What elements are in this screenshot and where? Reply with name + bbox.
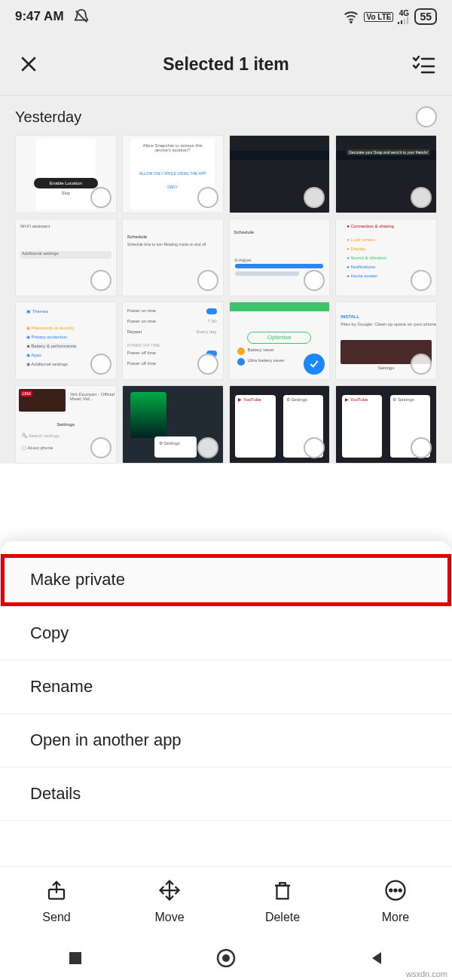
- home-nav-button[interactable]: [215, 947, 237, 969]
- signal-icon: [398, 17, 410, 24]
- wifi-icon: [343, 8, 359, 25]
- system-nav-bar: [0, 936, 452, 980]
- thumbnail[interactable]: Schedule ⊖ Adjust: [229, 219, 331, 297]
- svg-point-11: [389, 890, 392, 892]
- svg-rect-3: [404, 19, 405, 24]
- thumb-checkbox[interactable]: [411, 187, 432, 208]
- menu-details[interactable]: Details: [0, 767, 452, 821]
- thumbnail[interactable]: ▶ YouTube ⚙ Settings: [335, 385, 437, 464]
- thumb-checkbox[interactable]: [90, 270, 111, 291]
- thumbnail[interactable]: Allow Snapchat to access this device's l…: [122, 135, 224, 213]
- recents-nav-button[interactable]: [64, 947, 87, 969]
- thumbnail[interactable]: Power on time Power on time7:30 RepeatEv…: [122, 302, 224, 380]
- thumbnail[interactable]: 18M Yeh Dooriyan - Official Music Vid...…: [15, 385, 117, 464]
- svg-rect-9: [277, 886, 289, 899]
- svg-rect-2: [401, 20, 402, 24]
- section-select-checkbox[interactable]: [416, 106, 437, 127]
- thumb-checkbox[interactable]: [197, 354, 218, 375]
- network-label: 4G: [399, 10, 409, 17]
- menu-list: Make private Copy Rename Open in another…: [0, 541, 452, 821]
- thumbnail[interactable]: Decorate your Snap and send it to your f…: [335, 135, 437, 213]
- thumb-checkbox[interactable]: [197, 270, 218, 291]
- battery-indicator: 55: [414, 8, 437, 25]
- svg-rect-1: [398, 22, 399, 24]
- thumbnail[interactable]: ▣ Themes ◉ Passwords & security ◉ Privac…: [15, 302, 117, 380]
- section-header: Yesterday: [0, 96, 452, 135]
- thumb-checkbox[interactable]: [411, 354, 432, 375]
- svg-point-12: [395, 890, 397, 892]
- send-label: Send: [42, 911, 70, 924]
- thumbnail[interactable]: Wi-Fi assistant Additional settings: [15, 219, 117, 297]
- more-label: More: [382, 911, 409, 924]
- trash-icon: [271, 879, 294, 905]
- more-icon: [384, 879, 407, 905]
- thumb-checkbox[interactable]: [411, 270, 432, 291]
- svg-point-0: [351, 21, 353, 23]
- svg-point-16: [222, 954, 230, 962]
- thumbnail[interactable]: ● Connection & sharing ● Lock screen ● D…: [335, 219, 437, 297]
- menu-copy[interactable]: Copy: [0, 607, 452, 660]
- menu-rename[interactable]: Rename: [0, 660, 452, 714]
- svg-rect-14: [69, 952, 81, 964]
- bottom-sheet: Make private Copy Rename Open in another…: [0, 541, 452, 980]
- delete-label: Delete: [265, 911, 300, 924]
- thumb-checkbox[interactable]: [304, 437, 325, 458]
- thumb-checkbox[interactable]: [411, 437, 432, 458]
- selection-header: Selected 1 item: [0, 33, 452, 95]
- back-nav-button[interactable]: [365, 947, 388, 969]
- thumbnail[interactable]: ⚙ Settings: [122, 385, 224, 464]
- move-icon: [158, 879, 181, 905]
- thumbnail[interactable]: Schedule Schedule time to turn Reading m…: [122, 219, 224, 297]
- thumbnail[interactable]: Optimise Battery saver Ultra battery sav…: [229, 302, 331, 380]
- status-time: 9:47 AM: [15, 9, 64, 24]
- thumb-checkbox[interactable]: [197, 187, 218, 208]
- thumb-checkbox[interactable]: [90, 187, 111, 208]
- dnd-icon: [73, 8, 90, 25]
- menu-open-another-app[interactable]: Open in another app: [0, 714, 452, 767]
- section-label: Yesterday: [15, 109, 81, 126]
- thumbnail[interactable]: ▶ YouTube ⚙ Settings: [229, 385, 331, 464]
- thumb-checkbox[interactable]: [304, 354, 325, 375]
- thumb-checkbox[interactable]: [304, 270, 325, 291]
- thumbnail[interactable]: Enable Location Skip: [15, 135, 117, 213]
- menu-make-private[interactable]: Make private: [0, 553, 452, 607]
- thumb-checkbox[interactable]: [197, 437, 218, 458]
- share-icon: [45, 879, 68, 905]
- status-bar: 9:47 AM Vo LTE 4G 55: [0, 0, 452, 33]
- volte-badge: Vo LTE: [364, 12, 393, 22]
- thumbnail[interactable]: [229, 135, 331, 213]
- watermark: wsxdn.com: [406, 969, 447, 978]
- svg-rect-4: [407, 17, 408, 24]
- send-button[interactable]: Send: [26, 879, 87, 924]
- thumb-checkbox[interactable]: [90, 437, 111, 458]
- svg-point-13: [399, 890, 402, 892]
- thumb-checkbox[interactable]: [90, 354, 111, 375]
- action-bar: Send Move Delete More: [0, 866, 452, 936]
- delete-button[interactable]: Delete: [252, 879, 313, 924]
- more-button[interactable]: More: [365, 879, 426, 924]
- thumbnail-grid: Enable Location Skip Allow Snapchat to a…: [0, 135, 452, 464]
- select-all-button[interactable]: [408, 49, 438, 79]
- close-button[interactable]: [14, 49, 44, 79]
- page-title: Selected 1 item: [44, 54, 408, 75]
- move-label: Move: [154, 911, 184, 924]
- move-button[interactable]: Move: [139, 879, 200, 924]
- thumb-checkbox[interactable]: [304, 187, 325, 208]
- thumbnail[interactable]: INSTALL Files by Google: Clean up space …: [335, 302, 437, 380]
